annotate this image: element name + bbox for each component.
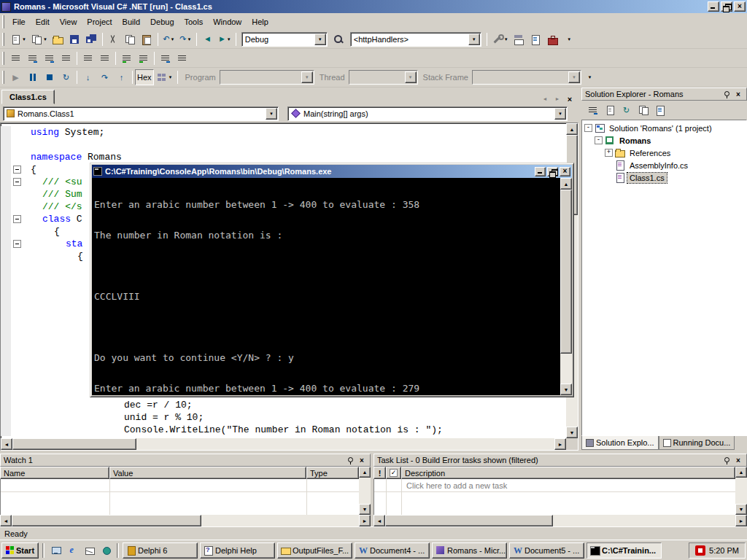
menu-debug[interactable]: Debug [145, 15, 179, 29]
solution-tree[interactable]: - Solution 'Romans' (1 project) - Romans… [581, 120, 747, 436]
toolbar-overflow-button[interactable]: ▼ [581, 69, 598, 85]
column-description[interactable]: Description [401, 467, 735, 479]
console-titlebar[interactable]: C:\C#Training\ConsoleApp\Romans\bin\Debu… [92, 165, 572, 178]
scroll-up-icon[interactable]: ▲ [359, 467, 371, 478]
console-window[interactable]: C:\C#Training\ConsoleApp\Romans\bin\Debu… [90, 163, 574, 397]
menu-edit[interactable]: Edit [31, 15, 55, 29]
taskbar-button-romans[interactable]: Romans - Micr... [432, 542, 507, 559]
column-name[interactable]: Name [0, 467, 109, 479]
scroll-right-icon[interactable]: ► [359, 515, 371, 526]
console-minimize-button[interactable] [535, 167, 546, 176]
paste-button[interactable] [139, 31, 155, 47]
chevron-down-icon[interactable]: ▼ [468, 34, 480, 45]
chevron-down-icon[interactable]: ▼ [266, 108, 277, 120]
tree-item-assemblyinfo[interactable]: AssemblyInfo.cs [582, 159, 746, 171]
properties-button[interactable] [651, 102, 668, 118]
console-close-button[interactable]: × [560, 167, 570, 176]
collapse-icon[interactable]: - [584, 124, 592, 132]
parameter-info-button[interactable] [24, 50, 41, 66]
close-button[interactable]: × [734, 1, 746, 12]
scroll-down-icon[interactable]: ▼ [566, 427, 578, 438]
tab-running-documents[interactable]: Running Docu... [659, 436, 735, 450]
break-all-button[interactable] [24, 69, 41, 85]
decrease-indent-button[interactable] [80, 50, 96, 66]
solution-explorer-button[interactable] [511, 31, 527, 47]
pin-icon[interactable] [721, 90, 732, 99]
menu-build[interactable]: Build [117, 15, 145, 29]
start-button[interactable]: Start [1, 542, 39, 559]
add-item-button[interactable]: ▼ [28, 31, 50, 47]
collapse-region-icon[interactable] [13, 166, 21, 174]
editor-horizontal-scrollbar[interactable]: ◄ ► [1, 438, 566, 450]
taskbar-button-document4[interactable]: Document4 - ... [355, 542, 430, 559]
scroll-right-icon[interactable]: ► [735, 515, 747, 526]
step-out-button[interactable]: ↑ [113, 69, 130, 85]
close-panel-icon[interactable]: × [357, 456, 367, 465]
menu-view[interactable]: View [55, 15, 82, 29]
close-document-icon[interactable]: × [564, 93, 576, 104]
task-vertical-scrollbar[interactable]: ▲ ▼ [735, 467, 747, 515]
collapse-region-icon[interactable] [13, 240, 21, 248]
taskbar-button-delphi-help[interactable]: Delphi Help [200, 542, 275, 559]
tree-item-class1[interactable]: Class1.cs [582, 171, 746, 184]
watch-titlebar[interactable]: Watch 1 × [0, 454, 371, 467]
save-button[interactable] [66, 31, 83, 47]
save-all-button[interactable] [83, 31, 100, 47]
mail-button[interactable] [82, 543, 96, 558]
scroll-left-icon[interactable]: ◄ [1, 438, 12, 450]
toggle-bookmark-button[interactable] [157, 50, 174, 66]
taskbar-button-console[interactable]: C:\C#Trainin... [587, 542, 662, 559]
open-file-button[interactable] [50, 31, 66, 47]
increase-indent-button[interactable] [96, 50, 113, 66]
navigate-back-button[interactable]: ◄ [199, 31, 216, 47]
console-output[interactable]: Enter an arabic number between 1 -> 400 … [92, 178, 572, 395]
tab-class1[interactable]: Class1.cs [1, 90, 55, 104]
scroll-up-icon[interactable]: ▲ [560, 178, 572, 190]
types-combo[interactable]: Romans.Class1 ▼ [3, 106, 279, 121]
taskbar-button-document5[interactable]: Document5 - ... [509, 542, 584, 559]
other-windows-button[interactable]: ▼ [561, 31, 578, 47]
pin-icon[interactable] [721, 456, 732, 465]
tab-scroll-left-icon[interactable]: ◄ [539, 93, 551, 104]
show-desktop-button[interactable] [48, 543, 63, 558]
tree-item-project-romans[interactable]: - Romans [582, 134, 746, 147]
add-task-placeholder[interactable]: Click here to add a new task [406, 481, 507, 490]
menu-tools[interactable]: Tools [179, 15, 209, 29]
scroll-up-icon[interactable]: ▲ [735, 467, 747, 478]
uncomment-button[interactable] [135, 50, 152, 66]
new-project-button[interactable]: ▼ [7, 31, 28, 47]
watch-grid[interactable] [0, 479, 359, 515]
solution-configuration-combo[interactable]: Debug ▼ [241, 32, 328, 47]
taskbar-button-outputfiles[interactable]: OutputFiles_F... [277, 542, 352, 559]
scroll-up-icon[interactable]: ▲ [566, 123, 578, 135]
copy-button[interactable] [122, 31, 139, 47]
find-target-combo[interactable]: <httpHandlers> ▼ [350, 32, 481, 47]
toolbox-button[interactable] [544, 31, 561, 47]
undo-button[interactable]: ↶▼ [160, 31, 177, 47]
tree-item-solution[interactable]: - Solution 'Romans' (1 project) [582, 122, 746, 134]
column-value[interactable]: Value [109, 467, 306, 479]
chevron-down-icon[interactable]: ▼ [314, 34, 326, 45]
close-panel-icon[interactable]: × [733, 90, 743, 99]
navigate-forward-button[interactable]: ►▼ [216, 31, 233, 47]
column-checked[interactable]: ✓ [386, 467, 401, 479]
refresh-button[interactable]: ↻ [618, 102, 635, 118]
console-vertical-scrollbar[interactable]: ▲ ▼ [560, 178, 572, 395]
menu-help[interactable]: Help [247, 15, 274, 29]
column-priority[interactable]: ! [374, 467, 386, 479]
members-combo[interactable]: Main(string[] args) ▼ [287, 106, 568, 121]
chevron-down-icon[interactable]: ▼ [554, 108, 566, 120]
show-all-files-button[interactable] [635, 102, 651, 118]
watch-vertical-scrollbar[interactable]: ▲ ▼ [359, 467, 371, 515]
watch-horizontal-scrollbar[interactable]: ◄ ► [0, 515, 371, 526]
view-code-button[interactable] [584, 102, 601, 118]
scrollbar-thumb[interactable] [560, 190, 572, 354]
properties-window-button[interactable] [527, 31, 544, 47]
scrollbar-thumb[interactable] [12, 438, 136, 450]
step-into-button[interactable]: ↓ [80, 69, 96, 85]
stop-debugging-button[interactable] [41, 69, 58, 85]
scroll-down-icon[interactable]: ▼ [359, 504, 371, 515]
collapse-icon[interactable]: - [595, 136, 603, 144]
close-panel-icon[interactable]: × [733, 456, 743, 465]
hex-display-button[interactable]: Hex [135, 69, 154, 85]
